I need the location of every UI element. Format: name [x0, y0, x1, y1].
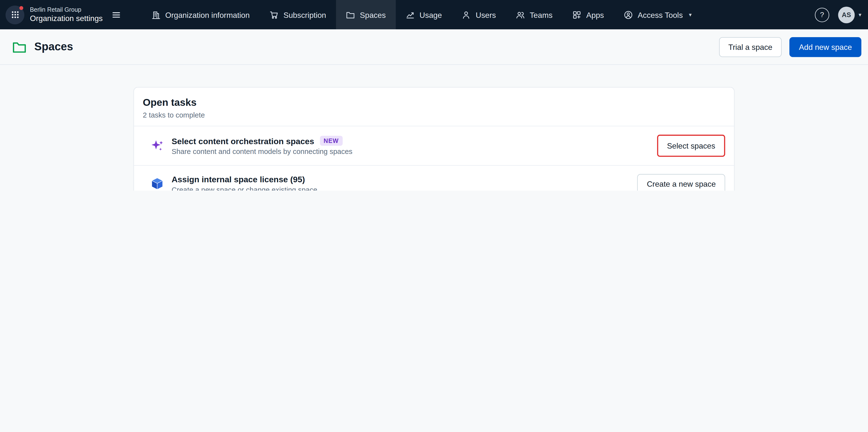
caret-down-icon: ▾ [689, 12, 691, 18]
primary-nav: Organization information Subscription [142, 0, 702, 29]
apps-icon [572, 10, 581, 19]
nav-item-users[interactable]: Users [452, 0, 506, 29]
create-new-space-button[interactable]: Create a new space [637, 174, 725, 191]
open-tasks-subtitle: 2 tasks to complete [143, 111, 725, 119]
topbar-right: ? AS ▾ [815, 0, 868, 29]
nav-item-label: Apps [586, 10, 604, 19]
chart-icon [406, 10, 414, 19]
hamburger-icon [112, 10, 120, 19]
app-root: Berlin Retail Group Organization setting… [0, 0, 868, 191]
cube-icon [149, 177, 165, 191]
nav-item-apps[interactable]: Apps [562, 0, 614, 29]
team-icon [516, 10, 525, 19]
trial-space-button[interactable]: Trial a space [719, 37, 782, 57]
org-name: Berlin Retail Group [30, 6, 102, 14]
task-title: Select content orchestration spaces [172, 136, 314, 146]
task-description: Share content and content models by conn… [172, 147, 352, 156]
task-row-select-orchestration: Select content orchestration spaces NEW … [134, 126, 734, 165]
nav-item-teams[interactable]: Teams [506, 0, 562, 29]
nav-item-label: Teams [530, 10, 553, 19]
caret-down-icon: ▾ [859, 12, 861, 18]
nav-item-label: Subscription [283, 10, 326, 19]
avatar: AS [838, 6, 855, 23]
open-tasks-title: Open tasks [143, 97, 725, 109]
nav-item-label: Users [476, 10, 496, 19]
nav-item-label: Usage [420, 10, 442, 19]
spaces-folder-icon [12, 39, 27, 54]
nav-item-access-tools[interactable]: Access Tools ▾ [614, 0, 702, 29]
task-text: Select content orchestration spaces NEW … [172, 136, 352, 156]
main-content: Open tasks 2 tasks to complete Select co [0, 65, 868, 191]
page-title: Spaces [34, 40, 73, 53]
account-menu[interactable]: AS ▾ [838, 6, 861, 23]
top-nav-bar: Berlin Retail Group Organization setting… [0, 0, 868, 29]
app-switcher-button[interactable] [6, 5, 24, 24]
access-tools-icon [624, 10, 633, 19]
help-button[interactable]: ? [815, 7, 829, 22]
org-settings-label: Organization settings [30, 14, 102, 24]
open-tasks-header: Open tasks 2 tasks to complete [134, 87, 734, 126]
open-tasks-card: Open tasks 2 tasks to complete Select co [133, 87, 735, 191]
nav-item-spaces[interactable]: Spaces [336, 0, 396, 29]
folder-icon [346, 10, 355, 19]
nav-item-organization-information[interactable]: Organization information [142, 0, 260, 29]
select-spaces-button[interactable]: Select spaces [657, 135, 725, 157]
add-new-space-button[interactable]: Add new space [789, 37, 861, 57]
notification-dot [19, 6, 23, 10]
org-text: Berlin Retail Group Organization setting… [30, 6, 102, 24]
nav-item-label: Spaces [360, 10, 386, 19]
task-title: Assign internal space license (95) [172, 174, 305, 184]
new-badge: NEW [320, 136, 342, 146]
task-description: Create a new space or change existing sp… [172, 185, 317, 191]
nav-item-subscription[interactable]: Subscription [260, 0, 336, 29]
sparkle-icon [149, 139, 165, 153]
cart-icon [270, 10, 279, 19]
nav-item-usage[interactable]: Usage [396, 0, 452, 29]
building-icon [151, 10, 160, 19]
nav-item-label: Access Tools [638, 10, 683, 19]
org-block: Berlin Retail Group Organization setting… [0, 0, 128, 29]
task-text: Assign internal space license (95) Creat… [172, 174, 317, 191]
app-grid-icon [11, 10, 19, 19]
help-icon: ? [820, 10, 824, 19]
page-header: Spaces Trial a space Add new space [0, 29, 868, 65]
user-icon [462, 10, 471, 19]
nav-item-label: Organization information [165, 10, 250, 19]
task-row-assign-license: Assign internal space license (95) Creat… [134, 165, 734, 191]
hamburger-menu-button[interactable] [110, 8, 123, 21]
